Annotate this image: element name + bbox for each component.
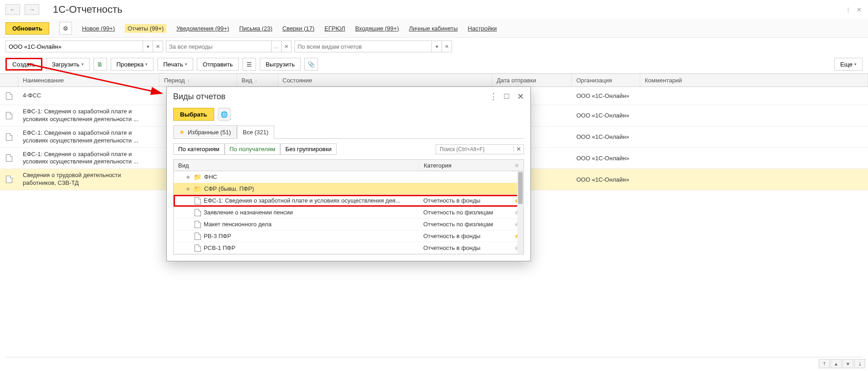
tree-folder[interactable]: ⊖📁СФР (бывш. ПФР): [174, 183, 524, 195]
period-dots-icon[interactable]: …: [271, 41, 281, 52]
select-button[interactable]: Выбрать: [173, 108, 214, 121]
period-combo[interactable]: … ✕: [166, 41, 292, 52]
group-by-recipient[interactable]: По получателям: [225, 143, 281, 155]
footer-scroll-buttons: ⤒ ▲ ▼ ⤓: [819, 359, 865, 368]
tree-item[interactable]: РВ-3 ПФРОтчетность в фонды★: [174, 230, 524, 242]
org-input[interactable]: [6, 41, 143, 52]
col-vid[interactable]: Вид↓: [237, 74, 278, 86]
more-button[interactable]: Еще▾: [834, 58, 863, 71]
org-drop-icon[interactable]: ▾: [143, 41, 153, 52]
dialog-col-cat: Категория: [419, 162, 510, 169]
kebab-icon[interactable]: ⋮: [844, 6, 852, 13]
menubar: Обновить ⚙ Новое (99+) Отчеты (99+) Увед…: [0, 19, 868, 38]
cell-org: ООО «1С-Онлайн»: [572, 133, 640, 140]
topbar: ← → 1С-Отчетность ⋮ ✕: [0, 0, 868, 19]
cell-name: Сведения о трудовой деятельности работни…: [18, 169, 159, 190]
load-button[interactable]: Загрузить▾: [46, 58, 90, 71]
col-org[interactable]: Организация: [572, 74, 640, 86]
close-icon[interactable]: ✕: [855, 6, 863, 13]
document-icon: [195, 197, 201, 204]
vid-clear-icon[interactable]: ✕: [442, 41, 452, 52]
nav-forward-button[interactable]: →: [25, 4, 39, 15]
menu-settings[interactable]: Настройки: [468, 25, 497, 32]
dialog-search-input[interactable]: [436, 145, 514, 154]
document-refresh-icon: 🗎: [97, 61, 103, 68]
document-icon: [6, 133, 12, 141]
dialog-maximize-icon[interactable]: □: [503, 91, 510, 102]
report-types-dialog: Виды отчетов ⋮ □ ✕ Выбрать 🌐 ★Избранные …: [166, 86, 531, 261]
menu-egrul[interactable]: ЕГРЮЛ: [324, 25, 345, 32]
document-icon: [6, 176, 12, 183]
cell-name: ЕФС-1: Сведения о заработной плате и усл…: [18, 105, 159, 126]
menu-sverki[interactable]: Сверки (17): [282, 25, 314, 32]
period-clear-icon[interactable]: ✕: [281, 41, 291, 52]
vid-input[interactable]: [295, 41, 431, 52]
star-icon: ★: [179, 128, 185, 136]
menu-letters[interactable]: Письма (23): [239, 25, 272, 32]
dialog-more-icon[interactable]: ⋮: [489, 91, 497, 102]
group-by-category[interactable]: По категориям: [173, 143, 225, 155]
col-comment[interactable]: Комментарий: [640, 74, 868, 86]
period-input[interactable]: [166, 41, 271, 52]
org-combo[interactable]: ▾ ✕: [5, 41, 163, 52]
export-button[interactable]: Выгрузить: [260, 58, 301, 71]
attach-button[interactable]: 📎: [304, 58, 318, 71]
document-icon: [6, 112, 12, 119]
menu-reports[interactable]: Отчеты (99+): [125, 24, 166, 33]
list-icon: ☰: [247, 61, 252, 68]
document-icon: [6, 154, 12, 162]
menu-incoming[interactable]: Входящие (99+): [355, 25, 399, 32]
vid-combo[interactable]: ▾ ✕: [294, 41, 452, 52]
tree-item[interactable]: РСВ-1 ПФРОтчетность в фонды★: [174, 242, 524, 254]
refresh-button[interactable]: Обновить: [5, 22, 49, 35]
create-button[interactable]: Создать: [5, 58, 42, 71]
menu-cabinets[interactable]: Личные кабинеты: [409, 25, 457, 32]
document-icon: [6, 92, 12, 100]
tree-item[interactable]: ЕФС-1: Сведения о заработной плате и усл…: [174, 195, 524, 207]
list-button[interactable]: ☰: [242, 58, 256, 71]
document-icon: [195, 244, 201, 252]
gear-icon: ⚙: [63, 25, 68, 32]
dialog-close-icon[interactable]: ✕: [517, 91, 524, 102]
vid-drop-icon[interactable]: ▾: [431, 41, 442, 52]
dialog-col-vid: Вид: [174, 162, 419, 169]
document-icon: [195, 221, 201, 228]
dialog-search[interactable]: ✕: [436, 144, 524, 154]
col-name[interactable]: Наименование: [18, 74, 159, 86]
reload-file-button[interactable]: 🗎: [93, 58, 107, 71]
scroll-down-button[interactable]: ▼: [842, 359, 853, 368]
gear-button[interactable]: ⚙: [59, 22, 72, 35]
chevron-down-icon: ▾: [145, 62, 148, 66]
col-period[interactable]: Период↓: [159, 74, 237, 86]
scroll-top-button[interactable]: ⤒: [819, 359, 830, 368]
tree-folder[interactable]: ⊕📁ФНС: [174, 171, 524, 183]
col-state[interactable]: Состояние: [278, 74, 492, 86]
tab-all[interactable]: Все (321): [237, 126, 274, 139]
tree-item[interactable]: Макет пенсионного делаОтчетность по физл…: [174, 219, 524, 230]
tree-item[interactable]: Заявление о назначении пенсииОтчетность …: [174, 207, 524, 219]
nav-back-button[interactable]: ←: [5, 4, 20, 15]
expand-icon[interactable]: ⊕: [185, 174, 191, 180]
folder-icon: 📁: [194, 185, 201, 193]
check-button[interactable]: Проверка▾: [111, 58, 154, 71]
search-clear-icon[interactable]: ✕: [514, 146, 524, 152]
scroll-up-button[interactable]: ▲: [831, 359, 842, 368]
scroll-bottom-button[interactable]: ⤓: [854, 359, 865, 368]
org-clear-icon[interactable]: ✕: [153, 41, 163, 52]
menu-notifications[interactable]: Уведомления (99+): [176, 25, 229, 32]
dialog-titlebar: Виды отчетов ⋮ □ ✕: [167, 87, 530, 106]
group-none[interactable]: Без группировки: [280, 143, 337, 155]
tab-favorites[interactable]: ★Избранные (51): [173, 125, 237, 138]
send-button[interactable]: Отправить: [197, 58, 239, 71]
cell-org: ООО «1С-Онлайн»: [572, 155, 640, 162]
expand-icon[interactable]: ⊖: [185, 186, 191, 192]
menu-new[interactable]: Новое (99+): [82, 25, 115, 32]
document-icon: [195, 233, 201, 240]
scrollbar[interactable]: [517, 171, 524, 254]
col-date[interactable]: Дата отправки: [492, 74, 572, 86]
paperclip-icon: 📎: [308, 61, 315, 68]
print-button[interactable]: Печать▾: [157, 58, 193, 71]
cell-org: ООО «1С-Онлайн»: [572, 92, 640, 99]
globe-button[interactable]: 🌐: [218, 108, 231, 121]
cell-name: ЕФС-1: Сведения о заработной плате и усл…: [18, 148, 159, 169]
